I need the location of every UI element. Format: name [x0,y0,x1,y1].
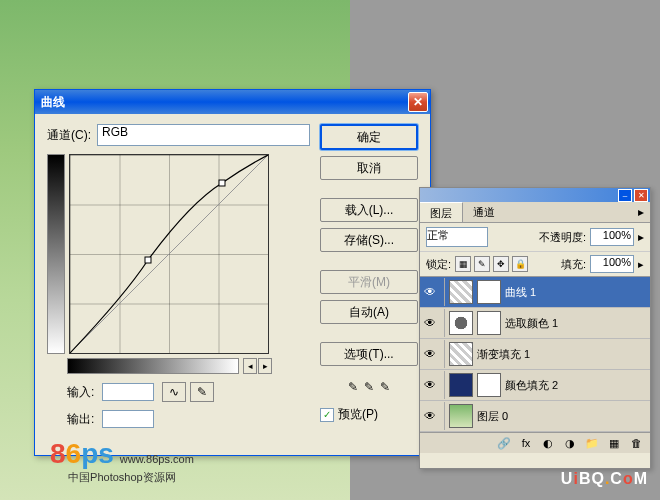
blend-mode-select[interactable]: 正常 [426,227,488,247]
panel-tabs: 图层 通道 ▸ [420,202,650,223]
layer-thumbnail[interactable] [449,404,473,428]
close-icon[interactable]: ✕ [408,92,428,112]
watermark-text: 中国Photoshop资源网 [68,470,176,485]
horizontal-gradient [67,358,239,374]
visibility-icon[interactable]: 👁 [424,285,440,299]
layer-name: 曲线 1 [505,285,536,300]
layer-item-color-fill[interactable]: 👁 颜色填充 2 [420,370,650,401]
gray-point-eyedropper-icon[interactable]: ✎ [364,380,374,394]
vertical-gradient [47,154,65,354]
panel-close-icon[interactable]: ✕ [634,189,648,202]
channel-row: 通道(C): RGB [47,124,310,146]
layer-list[interactable]: 👁 曲线 1 👁 选取颜色 1 👁 渐变填充 1 👁 颜色填充 2 [420,277,650,432]
options-button[interactable]: 选项(T)... [320,342,418,366]
fill-arrow-icon[interactable]: ▸ [638,258,644,271]
new-layer-icon[interactable]: ▦ [606,436,622,450]
save-button[interactable]: 存储(S)... [320,228,418,252]
curves-title: 曲线 [41,94,408,111]
output-field[interactable] [102,410,154,428]
lock-brush-icon[interactable]: ✎ [474,256,490,272]
h-gradient-row: ◂ ▸ [67,358,310,374]
black-point-eyedropper-icon[interactable]: ✎ [348,380,358,394]
opacity-input[interactable]: 100% [590,228,634,246]
arrow-left-icon[interactable]: ◂ [243,358,257,374]
link-icon[interactable]: 🔗 [496,436,512,450]
output-row: 输出: [67,410,310,428]
fill-input[interactable]: 100% [590,255,634,273]
load-button[interactable]: 载入(L)... [320,198,418,222]
pencil-tool-icon[interactable]: ✎ [190,382,214,402]
lock-move-icon[interactable]: ✥ [493,256,509,272]
arrow-right-icon[interactable]: ▸ [258,358,272,374]
ok-button[interactable]: 确定 [320,124,418,150]
curve-tool-buttons: ∿ ✎ [162,382,214,402]
input-field[interactable] [102,383,154,401]
layer-item-selective-color[interactable]: 👁 选取颜色 1 [420,308,650,339]
watermark-uibq: UiBQ.CoM [561,470,648,488]
svg-line-0 [70,155,268,353]
lock-transparency-icon[interactable]: ▦ [455,256,471,272]
curve-tool-icon[interactable]: ∿ [162,382,186,402]
curve-line [70,155,268,353]
svg-rect-1 [145,257,151,263]
layer-item-background[interactable]: 👁 图层 0 [420,401,650,432]
watermark-86ps: 86ps www.86ps.com 中国Photoshop资源网 [50,438,194,485]
layers-panel-bottom: 🔗 fx ◐ ◑ 📁 ▦ 🗑 [420,432,650,453]
layer-mask-thumbnail[interactable] [477,280,501,304]
layer-thumbnail[interactable] [449,342,473,366]
tab-layers[interactable]: 图层 [420,202,463,222]
curve-area [47,154,310,354]
fill-label: 填充: [561,257,586,272]
fx-icon[interactable]: fx [518,436,534,450]
mask-icon[interactable]: ◐ [540,436,556,450]
input-row: 输入: ∿ ✎ [67,382,310,402]
channel-label: 通道(C): [47,127,91,144]
visibility-icon[interactable]: 👁 [424,378,440,392]
layer-item-gradient-fill[interactable]: 👁 渐变填充 1 [420,339,650,370]
watermark-url: www.86ps.com [120,453,194,465]
layer-thumbnail[interactable] [449,280,473,304]
layer-name: 图层 0 [477,409,508,424]
layer-item-curves[interactable]: 👁 曲线 1 [420,277,650,308]
preview-row: ✓ 预览(P) [320,406,418,423]
svg-rect-2 [219,180,225,186]
curves-titlebar[interactable]: 曲线 ✕ [35,90,430,114]
curves-right-column: 确定 取消 载入(L)... 存储(S)... 平滑(M) 自动(A) 选项(T… [320,124,418,428]
preview-label: 预览(P) [338,406,378,423]
lock-icons: ▦ ✎ ✥ 🔒 [455,256,528,272]
minimize-icon[interactable]: – [618,189,632,202]
eyedropper-row: ✎ ✎ ✎ [320,380,418,394]
auto-button[interactable]: 自动(A) [320,300,418,324]
output-label: 输出: [67,411,94,428]
visibility-icon[interactable]: 👁 [424,316,440,330]
trash-icon[interactable]: 🗑 [628,436,644,450]
opacity-arrow-icon[interactable]: ▸ [638,230,644,244]
lock-label: 锁定: [426,257,451,272]
adjustment-icon[interactable]: ◑ [562,436,578,450]
preview-checkbox[interactable]: ✓ [320,408,334,422]
opacity-label: 不透明度: [539,230,586,245]
layer-name: 渐变填充 1 [477,347,530,362]
lock-all-icon[interactable]: 🔒 [512,256,528,272]
smooth-button: 平滑(M) [320,270,418,294]
channel-select[interactable]: RGB [97,124,310,146]
layer-mask-thumbnail[interactable] [477,373,501,397]
panel-menu-icon[interactable]: ▸ [632,202,650,222]
blend-row: 正常 不透明度: 100% ▸ [420,223,650,252]
curves-body: 通道(C): RGB ◂ ▸ [35,114,430,438]
visibility-icon[interactable]: 👁 [424,409,440,423]
layers-panel: – ✕ 图层 通道 ▸ 正常 不透明度: 100% ▸ 锁定: ▦ ✎ ✥ 🔒 … [419,187,651,469]
curve-graph[interactable] [69,154,269,354]
layer-mask-thumbnail[interactable] [477,311,501,335]
layer-name: 颜色填充 2 [505,378,558,393]
layers-panel-titlebar[interactable]: – ✕ [420,188,650,202]
folder-icon[interactable]: 📁 [584,436,600,450]
tab-channels[interactable]: 通道 [463,202,505,222]
cancel-button[interactable]: 取消 [320,156,418,180]
visibility-icon[interactable]: 👁 [424,347,440,361]
layer-name: 选取颜色 1 [505,316,558,331]
gradient-arrows: ◂ ▸ [243,358,272,374]
layer-thumbnail[interactable] [449,373,473,397]
white-point-eyedropper-icon[interactable]: ✎ [380,380,390,394]
layer-thumbnail[interactable] [449,311,473,335]
